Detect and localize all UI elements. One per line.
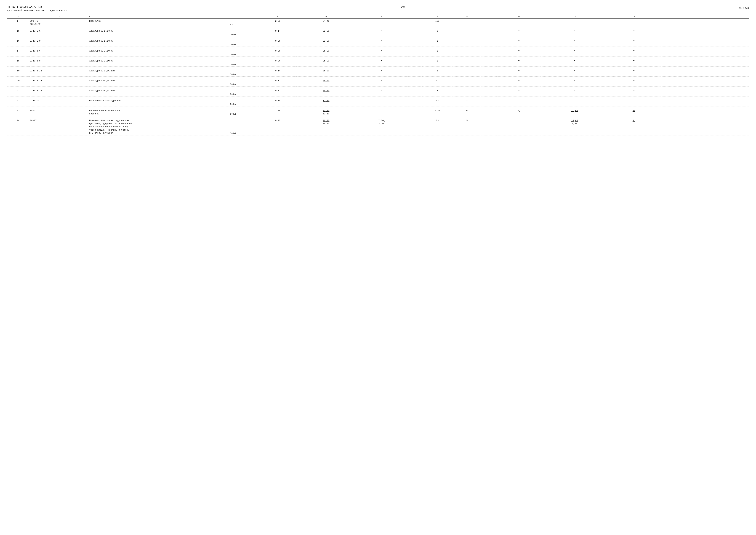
cell-col11: 2I,00– — [541, 108, 608, 116]
cell-col12: =– — [608, 69, 660, 76]
cell-unit: I00м2 — [230, 118, 259, 136]
cell-description: Арматура А=3 Д=I8мм — [89, 88, 230, 97]
cell-row-id: I4 — [7, 19, 29, 27]
cell-col11: 33,600,58 — [541, 118, 608, 136]
cell-col7: =— — [356, 19, 408, 27]
cell-description: Арматура А-I Д=6мм — [89, 29, 230, 37]
cell-col12: =– — [608, 78, 660, 87]
cell-col10: =– — [497, 19, 541, 27]
cell-unit: IOOкг — [230, 78, 259, 87]
col-header-dot2: . — [482, 15, 497, 18]
cell-col7: =– — [356, 39, 408, 47]
cell-row-id: I9 — [7, 69, 29, 76]
cell-price: 64,40— — [296, 19, 356, 27]
col-header-1: I — [7, 15, 29, 18]
cell-description: Расшивка швов кладки изкирпича — [89, 108, 230, 116]
cell-col8: 8 — [422, 88, 452, 97]
cell-description: Арматура А-I Д=8мм — [89, 39, 230, 47]
cell-col10: =– — [497, 88, 541, 97]
cell-col7: =– — [356, 48, 408, 57]
col-header-3: 3 — [89, 15, 230, 18]
header-line1: ТП 4II-I-I56.89 Ал.7, ч.2 — [7, 5, 67, 9]
cell-col7: =– — [356, 98, 408, 106]
table-row: I8СI47-8-8Арматура А-3 Д=8ммIOOкг0,0625,… — [7, 58, 749, 67]
cell-col8: I63 — [422, 19, 452, 27]
cell-col8: 2 — [422, 58, 452, 67]
col-header-4: 4 — [259, 15, 296, 18]
spacer-row — [7, 76, 749, 78]
cell-col11: =– — [541, 19, 608, 27]
spacer-row — [7, 57, 749, 59]
cell-col10: =– — [497, 39, 541, 47]
cell-price: I3,I0I3,I0 — [296, 108, 356, 116]
top-rule — [7, 14, 749, 14]
cell-col8: 3 — [422, 69, 452, 76]
table-row: 22СI47-I6Проволочная арматура ВР-IIOOкг0… — [7, 98, 749, 106]
spacer-row — [7, 87, 749, 89]
spacer-row — [7, 97, 749, 99]
cell-price: 25,00— — [296, 48, 356, 57]
cell-price: 25,00— — [296, 58, 356, 67]
col-header-trailing — [660, 15, 749, 18]
cell-quantity: 0,05 — [259, 39, 296, 47]
cell-unit: IOOкг — [230, 58, 259, 67]
cell-code: СI47-8-I8 — [29, 88, 89, 97]
page-header: ТП 4II-I-I56.89 Ал.7, ч.2 Программный ко… — [7, 5, 749, 14]
cell-col10: =– — [497, 69, 541, 76]
cell-row-id: 22 — [7, 98, 29, 106]
cell-col12: 8_– — [608, 118, 660, 136]
cell-row-id: 23 — [7, 108, 29, 116]
cell-description: Перемычки — [89, 19, 230, 27]
cell-col12: =– — [608, 29, 660, 37]
cell-col8: 3· — [422, 78, 452, 87]
cell-col9: - — [452, 69, 482, 76]
cell-quantity: 2,53 — [259, 19, 296, 27]
col-header-4unit — [230, 15, 259, 18]
cell-price: 22,90— — [296, 39, 356, 47]
table-row: I5СI47-I-6Арматура А-I Д=6ммIOOкг0,I422,… — [7, 29, 749, 37]
col-header-9: 9 — [497, 15, 541, 18]
cell-description: Боковая обмазочная гидроизоля-ция стен, … — [89, 118, 230, 136]
cell-col11: =– — [541, 88, 608, 97]
cell-row-id: 2I — [7, 88, 29, 97]
col-header-dot1: . — [408, 15, 422, 18]
cell-code: СI47-I6 — [29, 98, 89, 106]
table-row: I6СI47-I-8Арматура А-I Д=8ммIOOкг0,0522,… — [7, 39, 749, 47]
cell-code: СI47-I-8 — [29, 39, 89, 47]
cell-code: СI47-8-I4 — [29, 78, 89, 87]
cell-col8: 23 — [422, 118, 452, 136]
cell-unit: IOOкг — [230, 39, 259, 47]
cell-col8: 2 — [422, 48, 452, 57]
cell-quantity: 0,I4 — [259, 69, 296, 76]
cell-unit: IOOкг — [230, 88, 259, 97]
spacer-row — [7, 116, 749, 118]
page-stamp: 10сl2/8 — [739, 7, 749, 10]
cell-col11: =– — [541, 29, 608, 37]
cell-col7: =– — [356, 78, 408, 87]
cell-col9: - — [452, 58, 482, 67]
cell-col9: - — [452, 48, 482, 57]
cell-row-id: I6 — [7, 39, 29, 47]
cell-quantity: 0,38 — [259, 98, 296, 106]
cell-col9: - — [452, 29, 482, 37]
cell-unit: IOOкг — [230, 29, 259, 37]
cell-price: 90,00I9,50 — [296, 118, 356, 136]
cell-col11: =– — [541, 98, 608, 106]
cell-col7: =– — [356, 58, 408, 67]
cell-description: Проволочная арматура ВР-I — [89, 98, 230, 106]
col-header-10: IO — [541, 15, 608, 18]
cell-col12: =– — [608, 48, 660, 57]
spacer-row — [7, 136, 749, 137]
cell-col10: =– — [497, 48, 541, 57]
cell-col9: - — [452, 78, 482, 87]
cell-col12: =– — [608, 58, 660, 67]
cell-description: Арматура А-3 Д=8мм — [89, 58, 230, 67]
cell-price: 32,I0— — [296, 98, 356, 106]
cell-col7: =– — [356, 108, 408, 116]
cell-col8: · 37 — [422, 108, 452, 116]
cell-col11: =– — [541, 39, 608, 47]
cell-col11: =– — [541, 48, 608, 57]
col-header-2: 2 — [29, 15, 89, 18]
cell-quantity: 2,80 — [259, 108, 296, 116]
cell-row-id: I7 — [7, 48, 29, 57]
